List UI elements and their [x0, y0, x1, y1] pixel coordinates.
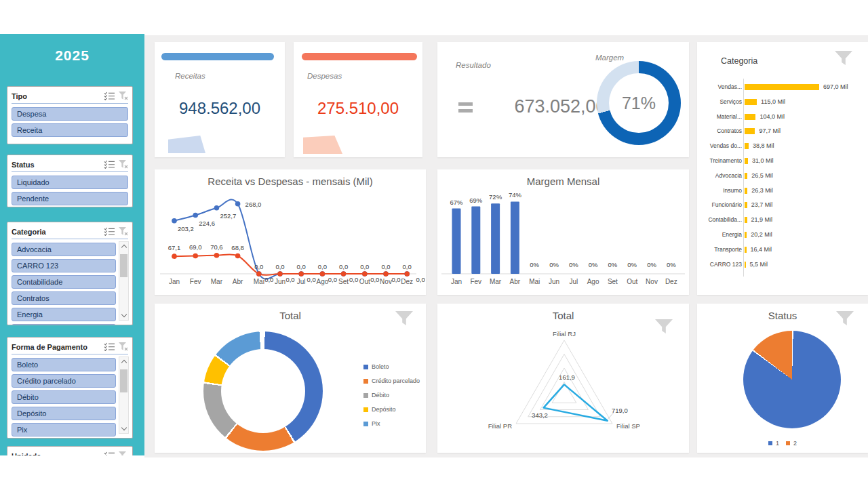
status-pie-chart: [743, 331, 841, 428]
radar-value-label: 343,2: [532, 411, 548, 419]
slicer-item-partial[interactable]: [12, 324, 116, 325]
slicer-item-contratos[interactable]: Contratos: [12, 291, 116, 305]
data-label: 0,0: [307, 276, 316, 283]
month-label: Set: [608, 278, 618, 285]
categoria-row-vendas: Vendas...697,0 Mil: [697, 81, 865, 95]
slicer-item-carro-123[interactable]: CARRO 123: [12, 259, 116, 272]
despesas-accent-bar: [302, 53, 417, 60]
radar-axis-label: Filial RJ: [553, 330, 576, 338]
data-label: 0,0: [360, 263, 369, 270]
legend-label: 1: [776, 440, 779, 447]
slicer-item-credito-parcelado[interactable]: Crédito parcelado: [12, 374, 116, 388]
legend-swatch: [363, 407, 368, 412]
scroll-thumb[interactable]: [120, 254, 127, 277]
filter-funnel-icon[interactable]: [834, 50, 853, 68]
multi-select-icon[interactable]: [104, 92, 115, 100]
line-chart-svg: 203,2224,6252,7268,00,00,00,00,00,00,00,…: [155, 194, 426, 295]
category-label: Contratos: [697, 127, 742, 134]
legend-item-1: 1: [768, 440, 779, 447]
scroll-up-icon[interactable]: [121, 360, 126, 365]
category-label: CARRO 123: [697, 261, 742, 268]
slicer-item-pix[interactable]: Pix: [12, 423, 116, 436]
categoria-row-funcionario: Funcionário23,7 Mil: [697, 199, 865, 213]
slicer-scrollbar: [119, 241, 129, 321]
equals-icon: [458, 102, 473, 116]
multi-select-icon[interactable]: [104, 160, 115, 169]
slicer-item-pendente[interactable]: Pendente: [12, 192, 128, 205]
dashboard-page: 2025 TipoDespesaReceitaStatusLiquidadoPe…: [0, 0, 868, 488]
margem-bar: [452, 209, 461, 274]
filter-funnel-icon[interactable]: [835, 310, 854, 329]
data-label: 0,0: [381, 263, 390, 270]
bar-value-label: 0%: [627, 261, 637, 268]
scroll-up-icon[interactable]: [121, 245, 126, 250]
legend-label: Boleto: [372, 363, 389, 370]
scroll-down-icon[interactable]: [121, 312, 126, 317]
slicer-item-energia[interactable]: Energia: [12, 308, 116, 321]
status-chart-panel: Status 12: [697, 304, 868, 453]
data-point: [193, 213, 198, 218]
slicer-title: Unidade: [12, 452, 101, 456]
clear-filter-icon[interactable]: [118, 342, 128, 351]
slicer-title: Forma de Pagamento: [12, 343, 101, 351]
bar-value-label: 74%: [509, 192, 522, 199]
slicer-item-boleto[interactable]: Boleto: [12, 358, 116, 371]
category-value: 97,7 Mil: [759, 127, 781, 134]
categoria-row-insumo: Insumo26,3 Mil: [697, 185, 865, 199]
total-pagamento-chart-panel: Total BoletoCrédito parceladoDébitoDepós…: [155, 304, 426, 453]
multi-select-icon[interactable]: [104, 342, 115, 351]
data-point: [172, 253, 177, 259]
category-value: 23,7 Mil: [751, 201, 773, 208]
categoria-row-contratos: Contratos97,7 Mil: [697, 125, 865, 139]
filter-funnel-icon[interactable]: [395, 310, 414, 329]
data-label: 0,0: [403, 263, 412, 270]
clear-filter-icon[interactable]: [118, 92, 128, 100]
data-label: 68,8: [231, 244, 244, 251]
data-point: [235, 253, 241, 259]
slicer-item-debito[interactable]: Débito: [12, 390, 116, 404]
margem-label: Margem: [595, 54, 624, 62]
series-line-despesas: [174, 254, 407, 275]
slicer-item-contabilidade[interactable]: Contabilidade: [12, 275, 116, 289]
slicer-item-receita[interactable]: Receita: [12, 123, 128, 137]
data-label: 70,6: [210, 243, 223, 251]
data-label: 0,0: [349, 276, 358, 283]
legend-swatch: [363, 365, 368, 369]
slicer-item-despesa[interactable]: Despesa: [12, 107, 128, 121]
despesas-label: Despesas: [307, 72, 342, 80]
multi-select-icon[interactable]: [104, 451, 115, 455]
margem-bar: [471, 207, 480, 274]
receitas-accent-bar: [161, 53, 274, 60]
total-filial-chart-panel: Total Filial RJFilial SPFilial PR161,971…: [437, 304, 689, 453]
receitas-value: 948.562,00: [155, 99, 285, 118]
data-point: [256, 271, 262, 277]
categoria-row-servicos: Serviços115,0 Mil: [697, 96, 865, 110]
legend-item-pix: Pix: [363, 420, 420, 427]
month-label: Ago: [317, 278, 329, 285]
scroll-thumb[interactable]: [120, 369, 127, 392]
resultado-kpi-card: Resultado 673.052,00 Margem 71%: [437, 42, 689, 157]
scroll-down-icon[interactable]: [121, 425, 126, 430]
category-bar: [745, 99, 757, 105]
slicer-item-advocacia[interactable]: Advocacia: [12, 243, 116, 256]
slicer-sidebar: 2025 TipoDespesaReceitaStatusLiquidadoPe…: [0, 34, 144, 455]
slicer-items: DespesaReceita: [12, 107, 128, 137]
bar-chart-svg: 67%Jan69%Fev72%Mar74%Abr0%Mai0%Jun0%Jul0…: [437, 192, 689, 295]
despesas-kpi-card: Despesas 275.510,00: [294, 42, 422, 157]
data-label: 0,0: [318, 263, 327, 270]
multi-select-icon[interactable]: [104, 227, 115, 236]
slicer-item-deposito[interactable]: Depósito: [12, 407, 116, 420]
clear-filter-icon[interactable]: [118, 451, 128, 455]
clear-filter-icon[interactable]: [118, 227, 128, 236]
month-label: Out: [627, 278, 637, 285]
slicer-unidade: Unidade: [7, 446, 133, 455]
category-value: 26,5 Mil: [751, 172, 773, 179]
clear-filter-icon[interactable]: [118, 160, 128, 169]
data-label: 0,0: [370, 276, 379, 283]
month-label: Mai: [254, 278, 264, 285]
slicer-header: Unidade: [12, 450, 128, 455]
data-label: 0,0: [328, 276, 337, 283]
series-line-receita: [174, 199, 407, 279]
bar-value-label: 0%: [549, 261, 559, 268]
slicer-item-liquidado[interactable]: Liquidado: [12, 176, 128, 189]
